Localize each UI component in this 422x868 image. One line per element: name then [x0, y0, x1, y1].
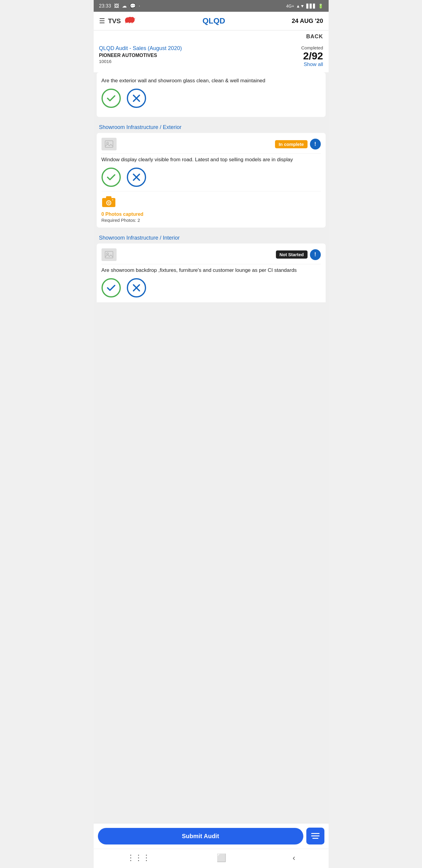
submit-audit-button[interactable]: Submit Audit: [98, 828, 303, 844]
card-top-2: In complete !: [101, 138, 321, 150]
brand-name: TVS: [108, 17, 121, 25]
completed-label: Completed: [301, 45, 323, 50]
card-text-2: Window display clearly visible from road…: [101, 156, 321, 163]
card-image-2: [101, 138, 117, 150]
incomplete-badge: In complete: [275, 140, 307, 148]
answer-row-1: [101, 89, 321, 108]
header-date: 24 AUG '20: [292, 18, 323, 24]
photos-label-2: 0 Photos captured: [101, 212, 321, 217]
svg-rect-17: [311, 833, 320, 834]
bottom-bar: Submit Audit: [94, 823, 329, 849]
app-header: ☰ TVS QLQD 24 AUG '20: [94, 12, 329, 30]
yes-button-3[interactable]: [101, 278, 121, 298]
card-interior-backdrop[interactable]: Not Started ! Are showroom backdrop ,fix…: [97, 244, 326, 302]
audit-info-left: QLQD Audit - Sales (August 2020) PIONEER…: [99, 45, 182, 64]
menu-button[interactable]: [306, 828, 324, 844]
app-title: QLQD: [202, 16, 225, 26]
svg-rect-19: [312, 838, 318, 839]
show-all-link[interactable]: Show all: [301, 61, 323, 67]
svg-point-0: [133, 18, 134, 19]
card-top-3: Not Started !: [101, 248, 321, 261]
scroll-area: Are the exterior wall and showroom glass…: [94, 72, 329, 823]
card-text-3: Are showroom backdrop ,fixtures, furnitu…: [101, 267, 321, 274]
status-icons: 4G+ ▲▼ ▋▋▋ 🔋: [286, 4, 323, 8]
not-started-badge: Not Started: [276, 250, 307, 258]
completed-count: 2/92: [301, 50, 323, 61]
required-photos-2: Required Photos: 2: [101, 218, 321, 223]
navigation-bar: ⋮⋮⋮ ⬜ ‹: [94, 849, 329, 868]
card-exterior-wall: Are the exterior wall and showroom glass…: [97, 72, 326, 117]
audit-info-right: Completed 2/92 Show all: [301, 45, 323, 67]
nav-home-icon[interactable]: ⬜: [217, 853, 226, 863]
card-badges-3: Not Started !: [276, 249, 321, 260]
section-header-exterior: Showroom Infrastructure / Exterior: [94, 120, 329, 133]
no-button-3[interactable]: [127, 278, 146, 298]
audit-info: QLQD Audit - Sales (August 2020) PIONEER…: [94, 44, 329, 72]
hamburger-icon[interactable]: ☰: [99, 17, 105, 25]
no-button-2[interactable]: [127, 167, 146, 187]
brand-logo: ☰ TVS: [99, 16, 136, 26]
yes-button-2[interactable]: [101, 167, 121, 187]
svg-rect-18: [311, 835, 320, 836]
info-button-3[interactable]: !: [310, 249, 321, 260]
card-window-display[interactable]: In complete ! Window display clearly vis…: [97, 133, 326, 227]
divider-2: [101, 153, 321, 154]
svg-rect-13: [105, 251, 113, 258]
card-badges-2: In complete !: [275, 138, 321, 150]
section-title-exterior: Showroom Infrastructure / Exterior: [99, 124, 182, 130]
status-time: 23:33 🖼 ☁ 💬 ·: [99, 3, 140, 9]
sub-header: BACK: [94, 30, 329, 44]
section-header-interior: Showroom Infrastructure / Interior: [94, 230, 329, 244]
tvs-horse-icon: [124, 16, 136, 26]
card-text-1: Are the exterior wall and showroom glass…: [101, 77, 321, 84]
status-bar: 23:33 🖼 ☁ 💬 · 4G+ ▲▼ ▋▋▋ 🔋: [94, 0, 329, 12]
camera-icon-2[interactable]: [101, 195, 321, 210]
info-button-2[interactable]: !: [310, 138, 321, 150]
no-button-1[interactable]: [127, 89, 146, 108]
section-title-interior: Showroom Infrastructure / Interior: [99, 235, 180, 241]
nav-recents-icon[interactable]: ⋮⋮⋮: [127, 853, 150, 863]
answer-row-2: [101, 167, 321, 187]
back-button[interactable]: BACK: [306, 33, 323, 40]
yes-button-1[interactable]: [101, 89, 121, 108]
svg-point-12: [112, 199, 113, 200]
audit-title: QLQD Audit - Sales (August 2020): [99, 45, 182, 52]
camera-section-2[interactable]: 0 Photos captured Required Photos: 2: [101, 191, 321, 223]
svg-rect-11: [106, 196, 111, 198]
audit-dealer: PIONEER AUTOMOTIVES: [99, 53, 182, 58]
answer-row-3: [101, 278, 321, 298]
svg-point-10: [107, 202, 110, 204]
card-image-3: [101, 248, 117, 261]
nav-back-icon[interactable]: ‹: [293, 853, 295, 863]
audit-id: 10016: [99, 59, 182, 64]
svg-rect-3: [105, 141, 113, 147]
